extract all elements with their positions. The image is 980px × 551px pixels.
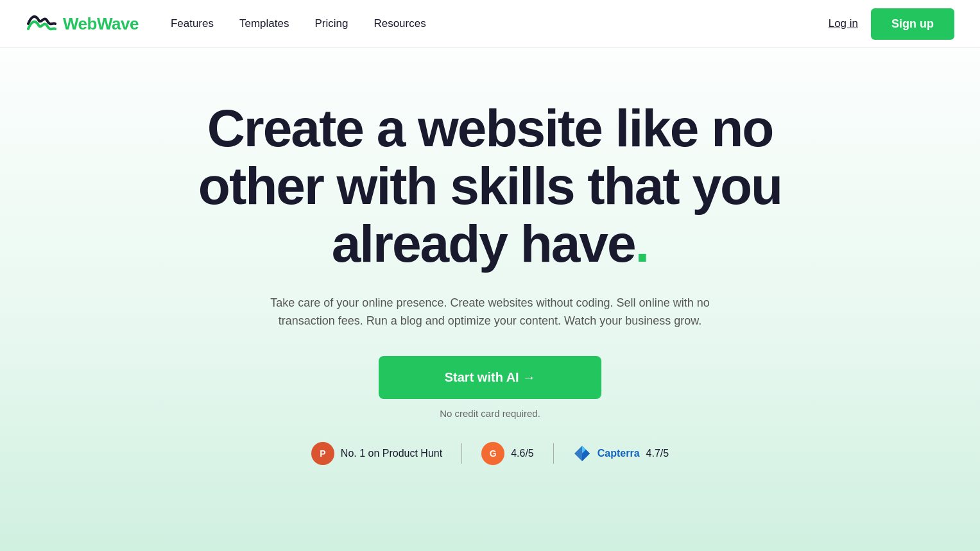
cta-button[interactable]: Start with AI → bbox=[379, 356, 601, 399]
nav-features[interactable]: Features bbox=[171, 17, 214, 30]
nav-pricing[interactable]: Pricing bbox=[314, 17, 348, 30]
login-link[interactable]: Log in bbox=[829, 17, 858, 30]
logo[interactable]: WebWave bbox=[26, 8, 139, 39]
g2-badge: G 4.6/5 bbox=[462, 442, 553, 465]
g2-icon: G bbox=[481, 442, 504, 465]
capterra-icon-wrapper bbox=[573, 445, 591, 462]
g2-rating: 4.6/5 bbox=[511, 448, 534, 459]
hero-title: Create a website like no other with skil… bbox=[198, 99, 782, 273]
badges-row: P No. 1 on Product Hunt G 4.6/5 Capterra… bbox=[292, 442, 688, 465]
capterra-label: Capterra bbox=[597, 448, 640, 459]
hero-subtitle: Take care of your online presence. Creat… bbox=[246, 294, 734, 331]
producthunt-label: No. 1 on Product Hunt bbox=[341, 448, 442, 459]
nav-links: Features Templates Pricing Resources bbox=[171, 17, 426, 30]
producthunt-badge: P No. 1 on Product Hunt bbox=[292, 442, 461, 465]
no-credit-text: No credit card required. bbox=[440, 408, 540, 419]
capterra-icon bbox=[573, 445, 591, 462]
logo-text: WebWave bbox=[63, 14, 139, 34]
navbar-left: WebWave Features Templates Pricing Resou… bbox=[26, 8, 426, 39]
signup-button[interactable]: Sign up bbox=[871, 8, 954, 40]
hero-section: Create a website like no other with skil… bbox=[0, 48, 980, 465]
navbar: WebWave Features Templates Pricing Resou… bbox=[0, 0, 980, 48]
capterra-badge: Capterra 4.7/5 bbox=[554, 445, 688, 462]
nav-templates[interactable]: Templates bbox=[239, 17, 289, 30]
logo-icon bbox=[26, 8, 56, 39]
navbar-right: Log in Sign up bbox=[829, 8, 954, 40]
green-dot: . bbox=[635, 214, 649, 273]
producthunt-icon: P bbox=[311, 442, 334, 465]
nav-resources[interactable]: Resources bbox=[374, 17, 426, 30]
capterra-rating: 4.7/5 bbox=[646, 448, 669, 459]
